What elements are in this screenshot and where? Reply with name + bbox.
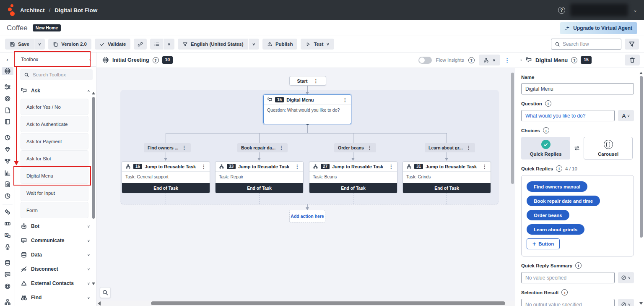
target-icon[interactable] xyxy=(2,94,13,102)
carousel-choice-card[interactable]: Carousel xyxy=(584,137,633,160)
node-menu-kebab-icon[interactable]: ⋮ xyxy=(201,164,206,169)
toolbox-section-ask[interactable]: Ask ∧ xyxy=(15,84,96,98)
toolbox-section-find[interactable]: Find∨ xyxy=(15,290,96,305)
branch-label[interactable]: Order beans⋮ xyxy=(334,143,376,152)
name-input[interactable] xyxy=(521,83,634,94)
help-icon[interactable]: ? xyxy=(571,57,577,63)
branch-label[interactable]: Learn about gr...⋮ xyxy=(425,143,475,152)
canvas-vertical-scrollbar[interactable] xyxy=(511,69,514,296)
diamond-icon[interactable] xyxy=(2,146,13,154)
toolbox-item-ask-for-slot[interactable]: Ask for Slot xyxy=(21,150,88,167)
pie-report-icon[interactable] xyxy=(2,192,13,200)
save-dropdown-button[interactable]: ∨ xyxy=(34,39,45,50)
jump-task-node[interactable]: 31 Jump to Reusable Task ⋮ Task: Grinds … xyxy=(402,161,491,193)
selection-result-input[interactable] xyxy=(521,299,615,306)
quick-reply-summary-input[interactable] xyxy=(521,272,615,283)
toolbox-section-disconnect[interactable]: Disconnect∨ xyxy=(15,262,96,276)
question-input[interactable] xyxy=(521,110,615,121)
view-mode-button[interactable]: ∨ xyxy=(479,55,500,65)
database-icon[interactable] xyxy=(2,259,13,267)
help-icon[interactable]: ? xyxy=(468,57,475,63)
toolbox-search-input[interactable] xyxy=(33,72,89,77)
toolbox-section-communicate[interactable]: Communicate∨ xyxy=(15,233,96,248)
quick-reply-pill[interactable]: Order beans xyxy=(527,210,569,220)
test-button[interactable]: Test ∨ xyxy=(301,39,334,50)
expand-rail-chevron-icon[interactable]: › xyxy=(2,55,13,63)
save-button[interactable]: Save xyxy=(5,39,34,50)
filter-button[interactable] xyxy=(625,39,639,50)
flow-canvas[interactable]: Start ⋮ 15 Digital Menu ⋮ Question: What… xyxy=(96,68,515,306)
info-icon[interactable]: i xyxy=(561,289,568,296)
toolbox-item-digital-menu[interactable]: Digital Menu xyxy=(21,167,88,184)
org-chart-icon[interactable] xyxy=(2,298,13,306)
document-sync-icon[interactable] xyxy=(2,180,13,188)
pie-chart-icon[interactable] xyxy=(2,134,13,142)
link-button[interactable] xyxy=(134,39,147,50)
document-icon[interactable] xyxy=(2,106,13,114)
branch-kebab-icon[interactable]: ⋮ xyxy=(279,145,284,150)
toolbox-scrollbar[interactable] xyxy=(92,94,95,279)
branch-label[interactable]: Book repair da...⋮ xyxy=(237,143,288,152)
toolbox-section-data[interactable]: Data∨ xyxy=(15,248,96,262)
info-icon[interactable]: i xyxy=(543,127,549,133)
collapse-panel-chevron-icon[interactable]: › xyxy=(520,58,522,62)
canvas-horizontal-scrollbar[interactable] xyxy=(96,301,515,306)
gears-icon[interactable] xyxy=(2,208,13,216)
start-node[interactable]: Start ⋮ xyxy=(289,76,326,86)
quick-reply-pill[interactable]: Find owners manual xyxy=(527,181,587,192)
node-menu-kebab-icon[interactable]: ⋮ xyxy=(482,164,487,169)
info-icon[interactable]: i xyxy=(545,100,551,107)
language-button[interactable]: English (United States) xyxy=(178,39,248,50)
network-icon[interactable] xyxy=(2,157,13,165)
canvas-menu-kebab-icon[interactable]: ⋮ xyxy=(504,58,510,63)
list-dropdown-button[interactable]: ∨ xyxy=(164,39,174,50)
ticket-icon[interactable] xyxy=(2,220,13,228)
toolbox-section-external-contacts[interactable]: External Contacts∨ xyxy=(15,276,96,290)
branch-kebab-icon[interactable]: ⋮ xyxy=(367,145,372,150)
flow-insights-toggle[interactable] xyxy=(418,57,432,64)
info-icon[interactable]: i xyxy=(575,262,582,269)
quick-reply-pill[interactable]: Book repair date and time xyxy=(527,196,600,206)
user-menu-blurred[interactable] xyxy=(570,4,628,16)
microphone-icon[interactable] xyxy=(2,243,13,251)
upgrade-to-virtual-agent-button[interactable]: Upgrade to Virtual Agent xyxy=(560,22,637,34)
jump-task-node[interactable]: 16 Jump to Reusable Task ⋮ Task: General… xyxy=(122,161,210,193)
no-value-dropdown-button[interactable]: ∨ xyxy=(618,299,634,306)
user-menu-chevron-down-icon[interactable]: ⌄ xyxy=(633,7,637,13)
canvas-zoom-button[interactable] xyxy=(100,287,111,298)
toolbox-section-bot[interactable]: Bot∨ xyxy=(15,219,96,233)
collapse-toolbox-chevron-icon[interactable]: ‹ xyxy=(89,57,91,63)
node-menu-kebab-icon[interactable]: ⋮ xyxy=(295,164,300,169)
info-icon[interactable]: i xyxy=(556,165,562,172)
help-icon[interactable]: ? xyxy=(153,57,159,63)
settings-sliders-icon[interactable] xyxy=(2,83,13,91)
bar-chart-icon[interactable] xyxy=(2,169,13,177)
node-menu-kebab-icon[interactable]: ⋮ xyxy=(343,97,348,102)
publish-button[interactable]: Publish xyxy=(262,39,298,50)
jump-task-node[interactable]: 33 Jump to Reusable Task ⋮ Task: Repair … xyxy=(215,161,304,193)
add-action-here-button[interactable]: Add action here xyxy=(289,210,325,222)
search-flow-input[interactable] xyxy=(563,41,618,47)
jump-task-node[interactable]: 27 Jump to Reusable Task ⋮ Task: Beans E… xyxy=(309,161,397,193)
help-icon[interactable]: ? xyxy=(558,7,565,14)
chat-bubble-icon[interactable] xyxy=(2,271,13,279)
validate-button[interactable]: Validate xyxy=(95,39,130,50)
toolbox-item-ask-for-payment[interactable]: Ask for Payment xyxy=(21,133,88,149)
quick-reply-pill[interactable]: Learn about grinds xyxy=(527,224,584,235)
digital-menu-node[interactable]: 15 Digital Menu ⋮ Question: What would y… xyxy=(263,94,351,124)
version-button[interactable]: Version 2.0 xyxy=(48,39,91,50)
translate-icon[interactable]: A xyxy=(2,231,13,239)
toolbox-item-ask-for-yes-no[interactable]: Ask for Yes / No xyxy=(21,99,88,115)
swap-icon[interactable] xyxy=(574,145,580,152)
text-format-button[interactable]: A∨ xyxy=(618,110,634,121)
breadcrumb-app[interactable]: Architect xyxy=(20,7,45,13)
quick-replies-choice-card[interactable]: Quick Replies xyxy=(521,137,570,160)
branch-kebab-icon[interactable]: ⋮ xyxy=(182,145,187,150)
ordered-list-button[interactable] xyxy=(150,39,163,50)
node-menu-kebab-icon[interactable]: ⋮ xyxy=(314,78,319,84)
no-value-dropdown-button[interactable]: ∨ xyxy=(618,272,634,283)
language-dropdown-button[interactable]: ∨ xyxy=(249,39,259,50)
toolbox-item-wait-for-input[interactable]: Wait for Input xyxy=(21,185,88,201)
lifebuoy-icon[interactable] xyxy=(2,282,13,290)
add-reply-button[interactable]: +Button xyxy=(527,238,560,249)
